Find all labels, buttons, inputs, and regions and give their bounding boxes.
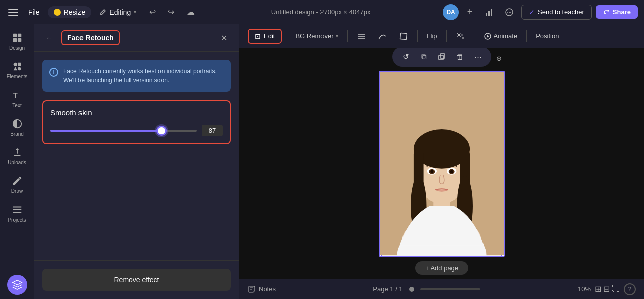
checkmark-icon: ✓ bbox=[529, 8, 535, 16]
menu-icon[interactable] bbox=[6, 5, 20, 19]
more-options-icon[interactable]: ⋯ bbox=[471, 50, 485, 64]
transform-button[interactable] bbox=[394, 29, 413, 43]
layout-view-icon[interactable]: ⊟ bbox=[603, 284, 610, 294]
animate-button[interactable]: Animate bbox=[478, 30, 523, 43]
info-box: i Face Retouch currently works best on i… bbox=[42, 60, 231, 92]
file-menu-button[interactable]: File bbox=[24, 6, 44, 18]
resize-dot-icon bbox=[54, 9, 61, 16]
elements-icon bbox=[12, 61, 23, 72]
editing-button[interactable]: Editing ▾ bbox=[95, 6, 140, 18]
panel-back-button[interactable]: ← bbox=[42, 31, 56, 45]
slider-value: 87 bbox=[202, 125, 223, 136]
sidebar-item-design-label: Design bbox=[9, 45, 25, 51]
uploads-icon bbox=[12, 147, 23, 158]
resize-button[interactable]: Resize bbox=[48, 6, 92, 18]
avatar[interactable]: DA bbox=[443, 4, 459, 20]
cloud-save-button[interactable]: ☁ bbox=[183, 4, 199, 20]
refresh-icon[interactable]: ↺ bbox=[398, 50, 413, 64]
notes-icon bbox=[248, 285, 256, 293]
sidebar-item-brand[interactable]: Brand bbox=[3, 114, 31, 141]
canvas-center: ↺ ⧉ 🗑 ⋯ 🔒 ⧉ ⊕ bbox=[379, 71, 505, 257]
position-button[interactable]: Position bbox=[531, 30, 564, 42]
undo-redo-group: ↩ ↪ bbox=[144, 4, 179, 20]
svg-point-6 bbox=[510, 12, 511, 13]
svg-rect-1 bbox=[488, 11, 490, 16]
redo-button[interactable]: ↪ bbox=[163, 4, 179, 20]
delete-icon[interactable]: 🗑 bbox=[453, 50, 467, 64]
notes-button[interactable]: Notes bbox=[248, 285, 276, 293]
slider-row: 87 bbox=[50, 125, 223, 136]
svg-rect-10 bbox=[17, 38, 21, 42]
status-bar: Notes Page 1 / 1 10% ⊞ ⊟ ⛶ ? bbox=[239, 279, 644, 299]
sidebar-item-design[interactable]: Design bbox=[3, 28, 31, 55]
edit-toolbar-button[interactable]: ⊡ Edit bbox=[248, 29, 282, 44]
flip-button[interactable]: Flip bbox=[422, 30, 442, 42]
undo-button[interactable]: ↩ bbox=[144, 4, 160, 20]
topbar-actions: DA + ✓ Send to teacher Share bbox=[443, 4, 638, 20]
slider-thumb[interactable] bbox=[156, 126, 167, 136]
svg-rect-2 bbox=[491, 9, 492, 16]
svg-rect-18 bbox=[460, 33, 461, 34]
curve-button[interactable] bbox=[373, 29, 392, 43]
smooth-skin-slider[interactable] bbox=[50, 126, 197, 136]
lines-button[interactable] bbox=[352, 29, 371, 43]
canvas-viewport[interactable]: ↺ ⧉ 🗑 ⋯ 🔒 ⧉ ⊕ bbox=[239, 48, 644, 279]
panel-title: Face Retouch bbox=[67, 34, 114, 42]
projects-icon bbox=[12, 204, 23, 215]
sidebar-item-brand-label: Brand bbox=[10, 131, 24, 137]
sidebar-item-text[interactable]: T Text bbox=[3, 85, 31, 112]
sidebar-item-uploads[interactable]: Uploads bbox=[3, 143, 31, 169]
add-page-area: + Add page bbox=[415, 261, 468, 275]
svg-rect-17 bbox=[457, 33, 458, 34]
fullscreen-icon[interactable]: ⛶ bbox=[612, 284, 620, 294]
remove-effect-button[interactable]: Remove effect bbox=[42, 269, 231, 291]
editing-label: Editing bbox=[109, 8, 131, 16]
design-icon bbox=[12, 32, 23, 43]
draw-icon bbox=[12, 175, 23, 186]
add-page-button[interactable]: + Add page bbox=[415, 261, 468, 275]
svg-rect-16 bbox=[400, 33, 407, 39]
float-toolbar: ↺ ⧉ 🗑 ⋯ bbox=[392, 48, 491, 67]
toolbar-separator bbox=[286, 30, 286, 42]
sidebar-item-elements[interactable]: Elements bbox=[3, 57, 31, 83]
sidebar-item-draw[interactable]: Draw bbox=[3, 171, 31, 198]
photo-frame[interactable]: ↻ bbox=[379, 71, 505, 257]
transform-icon bbox=[399, 32, 408, 41]
add-frame-icon[interactable]: ⊕ bbox=[493, 53, 505, 65]
noise-button[interactable] bbox=[451, 29, 470, 43]
face-retouch-panel: ← Face Retouch ✕ i Face Retouch currentl… bbox=[34, 24, 239, 299]
zoom-label: 10% bbox=[578, 285, 591, 293]
sidebar-item-projects[interactable]: Projects bbox=[3, 200, 31, 227]
animate-label: Animate bbox=[494, 32, 518, 40]
panel-footer: Remove effect bbox=[34, 260, 239, 299]
analytics-button[interactable] bbox=[481, 4, 497, 20]
svg-rect-14 bbox=[17, 67, 20, 70]
text-icon: T bbox=[12, 89, 23, 101]
svg-rect-23 bbox=[462, 37, 464, 39]
duplicate-icon[interactable] bbox=[435, 50, 449, 64]
chevron-down-icon: ▾ bbox=[134, 9, 136, 15]
toolbar-separator-6 bbox=[526, 30, 527, 42]
send-to-teacher-button[interactable]: ✓ Send to teacher bbox=[521, 5, 592, 20]
svg-rect-7 bbox=[13, 34, 16, 37]
grid-view-icon[interactable]: ⊞ bbox=[595, 284, 601, 294]
sidebar-item-apps[interactable] bbox=[7, 275, 27, 295]
svg-point-4 bbox=[507, 12, 508, 13]
panel-close-button[interactable]: ✕ bbox=[217, 31, 231, 45]
smooth-skin-label: Smooth skin bbox=[50, 108, 223, 117]
info-text: Face Retouch currently works best on ind… bbox=[63, 67, 224, 85]
copy-icon[interactable]: ⧉ bbox=[417, 50, 431, 64]
page-zoom-slider[interactable] bbox=[420, 288, 480, 290]
add-collaborator-button[interactable]: + bbox=[463, 5, 477, 19]
comments-button[interactable] bbox=[501, 4, 517, 20]
brand-icon bbox=[12, 118, 23, 129]
view-icons-group: ⊞ ⊟ ⛶ bbox=[595, 284, 620, 294]
svg-rect-25 bbox=[440, 54, 445, 58]
svg-rect-9 bbox=[13, 38, 16, 42]
bg-remover-button[interactable]: BG Remover ▾ bbox=[290, 30, 343, 42]
share-icon bbox=[603, 9, 610, 16]
help-button[interactable]: ? bbox=[624, 283, 636, 295]
share-button[interactable]: Share bbox=[596, 5, 638, 19]
svg-rect-22 bbox=[460, 36, 461, 37]
send-teacher-label: Send to teacher bbox=[538, 8, 584, 16]
